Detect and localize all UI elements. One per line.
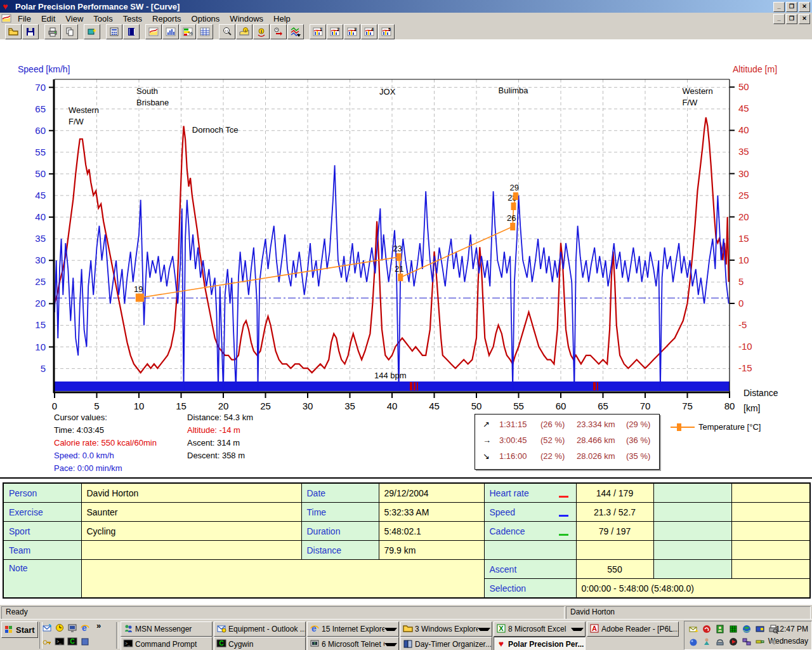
task-button-daytimer[interactable]: Day-Timer Organizer... <box>400 637 492 650</box>
menu-file[interactable]: File <box>13 13 36 24</box>
quick-launch-outlook[interactable] <box>55 623 66 634</box>
lap-summary-box: ↗ 1:31:15(26 %) 23.334 km(29 %) → 3:00:4… <box>475 414 660 470</box>
menu-windows[interactable]: Windows <box>225 13 268 24</box>
person-value[interactable]: David Horton <box>81 483 301 503</box>
toolbar-multi-button[interactable] <box>287 24 304 39</box>
tray-mail-send[interactable] <box>688 624 698 634</box>
tray-swirl[interactable] <box>702 624 712 634</box>
toolbar-calculator-button[interactable] <box>106 24 122 39</box>
tray-grid[interactable] <box>728 624 738 634</box>
quick-launch-app[interactable] <box>80 637 91 648</box>
toolbar-copy-button[interactable] <box>62 24 78 39</box>
tray-volume[interactable] <box>768 637 778 647</box>
task-button-folder[interactable]: 3 Windows Explorer <box>400 621 492 637</box>
exercise-curve-chart[interactable]: 192321262829WesternF/WSouthBrisbaneDorno… <box>0 39 812 461</box>
sport-value[interactable]: Cycling <box>81 522 301 541</box>
date-value[interactable]: 29/12/2004 <box>379 483 484 503</box>
menu-tools[interactable]: Tools <box>88 13 117 24</box>
tray-globe[interactable] <box>742 624 752 634</box>
toolbar-print-button[interactable] <box>44 24 61 39</box>
menu-reports[interactable]: Reports <box>147 13 187 24</box>
tray-ball[interactable] <box>688 637 698 647</box>
chevron-down-icon <box>384 643 397 646</box>
quick-launch-ie[interactable]: e <box>80 623 91 634</box>
task-button-adobe[interactable]: AAdobe Reader - [P6L... <box>587 621 679 637</box>
task-button-cmd[interactable]: >_Command Prompt <box>121 637 213 650</box>
menu-options[interactable]: Options <box>187 13 225 24</box>
duration-value[interactable]: 5:48:02.1 <box>379 522 484 541</box>
svg-text:30: 30 <box>303 401 313 411</box>
task-button-ie[interactable]: e15 Internet Explorer <box>307 621 399 637</box>
menu-view[interactable]: View <box>60 13 88 24</box>
quick-launch-cmd[interactable]: >_ <box>55 637 66 648</box>
tray-network[interactable] <box>742 637 752 647</box>
start-button[interactable]: Start <box>1 621 38 638</box>
toolbar-view5-button[interactable]: 5 <box>378 24 395 39</box>
svg-text:70: 70 <box>35 82 46 93</box>
svg-text:25: 25 <box>35 276 46 287</box>
quick-launch-remote[interactable] <box>67 623 79 634</box>
toolbar-wizard-button[interactable]: ★ <box>84 24 100 39</box>
team-value[interactable] <box>81 541 301 560</box>
tray-player[interactable] <box>728 637 738 647</box>
note-value[interactable] <box>81 560 484 599</box>
mail-send-icon <box>688 624 698 634</box>
task-button-msn[interactable]: MSN Messenger <box>121 621 213 637</box>
toolbar-save-button[interactable] <box>22 24 39 39</box>
toolbar-view3-button[interactable]: 3 <box>344 24 360 39</box>
quick-launch-outlook-express[interactable] <box>42 623 53 634</box>
tray-clock[interactable]: 12:47 PM <box>776 625 808 633</box>
task-button-telnet[interactable]: T6 Microsoft Telnet C... <box>307 637 399 650</box>
cadence-value[interactable]: 79 / 197 <box>576 522 653 541</box>
task-button-excel[interactable]: X8 Microsoft Excel <box>494 621 586 637</box>
speed-value[interactable]: 21.3 / 52.7 <box>576 503 653 522</box>
distance-value[interactable]: 79.9 km <box>379 541 484 560</box>
toolbar-diary-button[interactable] <box>123 24 140 39</box>
child-minimize-button[interactable]: _ <box>773 14 785 24</box>
tray-pccard[interactable] <box>755 624 765 634</box>
menu-help[interactable]: Help <box>268 13 296 24</box>
toolbar-compare-button[interactable] <box>270 24 287 39</box>
task-button-polar[interactable]: ♥Polar Precision Per... <box>494 637 586 650</box>
task-button-oequip[interactable]: Equipment - Outlook ... <box>214 621 306 637</box>
toolbar-zoom-button[interactable]: 1:1 <box>219 24 235 39</box>
tray-usbkey[interactable] <box>755 637 765 647</box>
toolbar-zones-button[interactable]: % <box>180 24 196 39</box>
lap-row: ↘ 1:16:00(22 %) 28.026 km(35 %) <box>475 451 659 467</box>
task-button-cygwin[interactable]: CCygwin <box>214 637 306 650</box>
toolbar-view2-button[interactable]: 2 <box>327 24 343 39</box>
quick-launch-overflow-chevron[interactable]: » <box>96 621 101 630</box>
child-close-button[interactable]: ✕ <box>799 14 810 24</box>
exercise-value[interactable]: Saunter <box>81 503 301 522</box>
selection-value[interactable]: 0:00:00 - 5:48:00 (5:48:00.0) <box>576 579 810 599</box>
menu-tests[interactable]: Tests <box>118 13 147 24</box>
child-window-icon[interactable] <box>1 13 11 23</box>
tray-phone[interactable] <box>715 637 725 647</box>
quick-launch-key[interactable] <box>42 637 53 648</box>
ascent-value[interactable]: 550 <box>576 560 653 579</box>
tray-person[interactable] <box>702 637 712 647</box>
child-restore-button[interactable]: ❐ <box>786 14 797 24</box>
tray-fax[interactable] <box>768 624 778 634</box>
minimize-button[interactable]: _ <box>773 2 785 12</box>
empty-cell <box>731 522 810 541</box>
cursor-value-line: Ascent: 314 m <box>187 438 240 448</box>
toolbar-view1-button[interactable]: 1 <box>310 24 326 39</box>
close-button[interactable]: ✕ <box>799 2 810 12</box>
menu-edit[interactable]: Edit <box>36 13 60 24</box>
toolbar-distribution-button[interactable] <box>162 24 179 39</box>
selection-bar[interactable] <box>55 381 730 391</box>
toolbar-exercise-table-button[interactable] <box>197 24 213 39</box>
taskbar-separator[interactable] <box>116 622 119 649</box>
fax-icon <box>768 624 778 634</box>
heart-rate-value[interactable]: 144 / 179 <box>576 483 653 503</box>
toolbar-curve-button[interactable] <box>145 24 162 39</box>
time-value[interactable]: 5:32:33 AM <box>379 503 484 522</box>
toolbar-view4-button[interactable]: 4 <box>361 24 377 39</box>
restore-button[interactable]: ❐ <box>786 2 797 12</box>
toolbar-open-button[interactable] <box>5 24 22 39</box>
tray-agent[interactable] <box>715 624 725 634</box>
quick-launch-cygwin[interactable]: C <box>67 637 79 648</box>
toolbar-info-loop-button[interactable]: i <box>253 24 270 39</box>
toolbar-info-curve-button[interactable]: i <box>236 24 252 39</box>
